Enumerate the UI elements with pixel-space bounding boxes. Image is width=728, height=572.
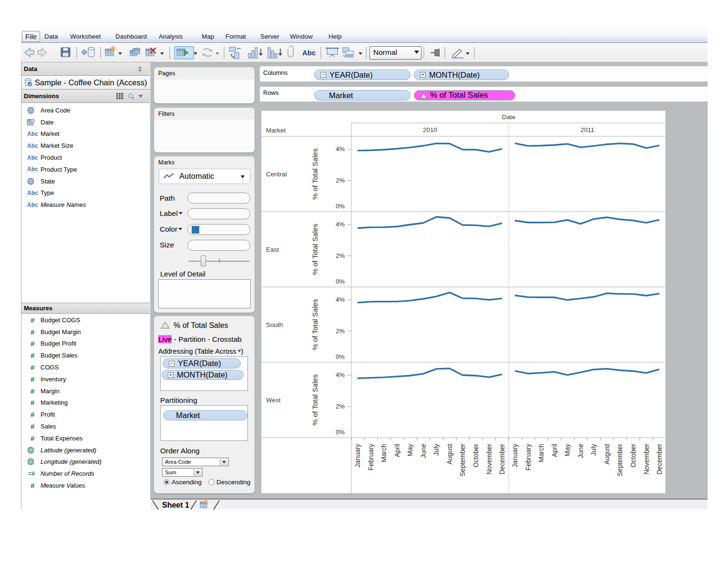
svg-text:0%: 0%: [336, 429, 345, 436]
svg-text:November: November: [643, 444, 650, 475]
svg-text:East: East: [266, 246, 279, 253]
svg-text:2011: 2011: [580, 126, 594, 133]
svg-text:March: March: [380, 444, 388, 462]
svg-text:4%: 4%: [336, 371, 345, 378]
svg-text:May: May: [564, 444, 571, 456]
svg-text:January: January: [354, 444, 361, 468]
svg-text:2010: 2010: [423, 126, 437, 133]
svg-text:April: April: [393, 444, 401, 457]
svg-text:0%: 0%: [336, 278, 345, 285]
svg-text:June: June: [420, 444, 427, 459]
svg-text:Abc: Abc: [302, 49, 316, 57]
svg-text:0%: 0%: [336, 203, 345, 210]
svg-text:4%: 4%: [336, 145, 345, 153]
svg-text:0%: 0%: [336, 353, 345, 360]
svg-text:July: July: [590, 444, 597, 456]
svg-text:December: December: [656, 444, 663, 475]
svg-text:July: July: [432, 444, 440, 456]
svg-text:April: April: [551, 444, 558, 457]
svg-text:Market: Market: [266, 127, 286, 134]
svg-text:2%: 2%: [336, 403, 345, 410]
svg-text:South: South: [266, 321, 283, 328]
svg-text:September: September: [459, 444, 466, 477]
svg-text:% of Total Sales: % of Total Sales: [311, 148, 319, 199]
svg-text:June: June: [577, 444, 584, 459]
svg-text:% of Total Sales: % of Total Sales: [311, 299, 319, 350]
svg-text:December: December: [498, 444, 506, 475]
svg-text:Central: Central: [266, 171, 287, 178]
svg-text:% of Total Sales: % of Total Sales: [311, 374, 319, 425]
svg-text:February: February: [524, 444, 532, 470]
svg-text:October: October: [629, 444, 637, 468]
svg-text:West: West: [266, 397, 281, 404]
svg-text:Date: Date: [502, 113, 516, 121]
svg-text:4%: 4%: [336, 221, 345, 228]
svg-text:September: September: [616, 444, 624, 477]
svg-text:August: August: [446, 444, 453, 465]
svg-text:Sheet 1: Sheet 1: [162, 501, 189, 509]
svg-text:January: January: [511, 444, 519, 468]
svg-text:March: March: [537, 444, 545, 462]
svg-text:October: October: [472, 444, 480, 468]
svg-text:November: November: [485, 444, 493, 475]
svg-text:February: February: [367, 444, 375, 470]
svg-text:2%: 2%: [336, 327, 345, 335]
svg-text:2%: 2%: [336, 252, 345, 259]
svg-text:4%: 4%: [336, 296, 345, 303]
svg-text:% of Total Sales: % of Total Sales: [311, 224, 319, 275]
svg-text:2%: 2%: [336, 177, 345, 184]
svg-text:May: May: [406, 444, 414, 456]
svg-text:August: August: [603, 444, 611, 465]
